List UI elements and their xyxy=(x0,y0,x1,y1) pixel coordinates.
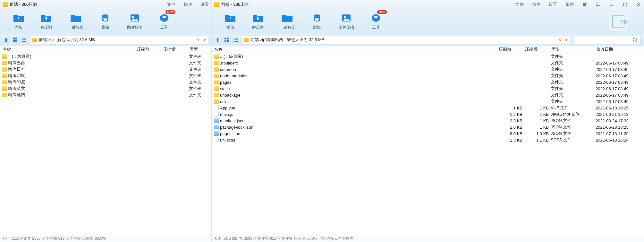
file-row[interactable]: pages文件夹2022-06-17 08:49 xyxy=(212,79,644,85)
scan-button[interactable] xyxy=(609,12,628,31)
feedback-icon[interactable] xyxy=(596,2,601,7)
file-name: unpackage xyxy=(220,93,241,98)
folder-icon xyxy=(214,61,219,65)
menu-settings[interactable]: 设置 xyxy=(200,2,209,7)
column-header-left[interactable]: 名称 压缩前 压缩后 类型 xyxy=(0,46,211,53)
col-type[interactable]: 类型 xyxy=(551,47,596,52)
folder-icon xyxy=(214,99,219,104)
col-after[interactable]: 压缩后 xyxy=(163,47,189,52)
tool-tools-label: 工具 xyxy=(372,25,380,30)
chevron-down-icon[interactable]: ▾ xyxy=(204,38,206,42)
tool-add[interactable]: 添加 xyxy=(225,13,236,30)
folder-icon xyxy=(214,67,219,72)
file-row[interactable]: 嗨淘英文文件夹 xyxy=(0,85,211,92)
file-name-cell: 嗨淘印度 xyxy=(2,73,136,79)
tool-image-compress[interactable]: 图片压缩 xyxy=(127,13,142,30)
path-text-left: 前端.zip - 解包大小为 32.6 MB xyxy=(39,37,193,43)
file-date: 2021-08-24 17:33 xyxy=(596,118,644,123)
chevron-down-icon[interactable]: ▾ xyxy=(565,38,568,42)
file-row[interactable]: 嗨淘越南文件夹 xyxy=(0,92,211,98)
col-type[interactable]: 类型 xyxy=(189,47,211,52)
archive-icon xyxy=(32,38,37,42)
col-after[interactable]: 压缩后 xyxy=(524,47,551,52)
file-row[interactable]: .hbuilderx文件夹2022-06-17 08:49 xyxy=(212,60,644,66)
svg-rect-30 xyxy=(235,38,238,39)
file-row[interactable]: utils文件夹2022-06-17 08:49 xyxy=(212,98,644,105)
column-header-right[interactable]: 名称 压缩前 压缩后 类型 修改日期 xyxy=(212,46,644,53)
json-icon xyxy=(214,131,219,136)
folder-icon xyxy=(214,73,219,78)
file-row[interactable]: main.js1.2 KB1 KBJavaScript 文件2021-06-21… xyxy=(212,111,644,117)
maximize-button[interactable] xyxy=(623,2,628,7)
file-list-right[interactable]: .. (上级目录)文件夹.hbuilderx文件夹2022-06-17 08:4… xyxy=(212,53,644,235)
minimize-button[interactable] xyxy=(609,2,614,7)
folder-icon xyxy=(214,54,219,59)
file-type: 文件夹 xyxy=(551,60,596,66)
search-input[interactable] xyxy=(573,36,640,44)
nav-list-icon[interactable] xyxy=(21,37,27,43)
menu-file[interactable]: 文件 xyxy=(515,2,524,7)
tool-extract-to[interactable]: 解压到 xyxy=(40,13,52,30)
file-row[interactable]: App.vue1 KB1 KBVUE 文件2021-06-18 16:25 xyxy=(212,105,644,111)
svg-point-22 xyxy=(314,14,320,17)
nav-grid-icon[interactable] xyxy=(224,37,230,43)
file-row[interactable]: 嗨淘巴西文件夹 xyxy=(0,60,211,66)
file-name-cell: .. (上级目录) xyxy=(2,54,136,59)
nav-grid-icon[interactable] xyxy=(12,37,18,43)
file-row[interactable]: .. (上级目录)文件夹 xyxy=(0,53,211,60)
col-name[interactable]: 名称 xyxy=(2,47,136,52)
file-row[interactable]: manifest.json3.3 KB1 KBJSON 文件2021-08-24… xyxy=(212,117,644,124)
file-row[interactable]: 嗨淘印度文件夹 xyxy=(0,73,211,79)
tool-add[interactable]: 添加 xyxy=(13,13,24,30)
file-row[interactable]: 嗨淘日本文件夹 xyxy=(0,66,211,73)
tool-delete[interactable]: 删除 xyxy=(99,13,111,30)
tool-tools[interactable]: New 工具 xyxy=(158,13,170,30)
archive-icon xyxy=(244,38,249,42)
nav-up-icon[interactable] xyxy=(215,37,221,43)
nav-list-icon[interactable] xyxy=(233,37,239,43)
col-date[interactable]: 修改日期 xyxy=(596,47,644,52)
file-row[interactable]: common文件夹2022-06-17 08:49 xyxy=(212,66,644,73)
svg-rect-29 xyxy=(233,38,234,39)
nav-up-icon[interactable] xyxy=(3,37,9,43)
titlebar-right: 前端 - 360压缩 文件 操作 设置 帮助 xyxy=(212,0,644,9)
file-icon xyxy=(214,138,219,142)
tool-image-compress[interactable]: 图片压缩 xyxy=(339,13,354,30)
tool-one-click[interactable]: 一键解压 xyxy=(68,13,83,30)
menu-action[interactable]: 操作 xyxy=(532,2,540,7)
file-type: JSON 文件 xyxy=(551,124,596,130)
col-before[interactable]: 压缩前 xyxy=(498,47,524,52)
js-icon xyxy=(214,112,219,117)
tool-one-click[interactable]: 一键解压 xyxy=(280,13,295,30)
svg-rect-10 xyxy=(22,38,23,39)
tool-tools[interactable]: New 工具 xyxy=(370,13,382,30)
path-input-left[interactable]: 前端.zip - 解包大小为 32.6 MB V ▾ xyxy=(30,36,208,44)
file-row[interactable]: package-lock.json1.6 KB1 KBJSON 文件2021-0… xyxy=(212,124,644,130)
file-row[interactable]: node_modules文件夹2022-06-17 08:49 xyxy=(212,73,644,79)
col-name[interactable]: 名称 xyxy=(214,47,498,52)
tool-extract-to[interactable]: 解压到 xyxy=(252,13,264,30)
file-row[interactable]: uni.scss2.3 KB1.1 KBSCSS 文件2021-06-18 16… xyxy=(212,137,644,143)
file-date: 2022-06-17 08:49 xyxy=(596,80,644,85)
menu-settings[interactable]: 设置 xyxy=(549,2,557,7)
svg-rect-16 xyxy=(596,3,600,5)
svg-point-5 xyxy=(132,16,134,18)
skin-icon[interactable] xyxy=(582,2,587,7)
file-row[interactable]: 嗨淘印尼文件夹 xyxy=(0,79,211,85)
close-button[interactable] xyxy=(636,2,641,7)
file-row[interactable]: pages.json8.0 KB1.0 KBJSON 文件2021-07-13 … xyxy=(212,130,644,137)
file-row[interactable]: static文件夹2022-06-17 08:49 xyxy=(212,85,644,92)
file-list-left[interactable]: .. (上级目录)文件夹嗨淘巴西文件夹嗨淘日本文件夹嗨淘印度文件夹嗨淘印尼文件夹… xyxy=(0,53,211,235)
menu-file[interactable]: 文件 xyxy=(167,2,175,7)
svg-rect-6 xyxy=(13,38,15,39)
tool-delete[interactable]: 删除 xyxy=(311,13,323,30)
file-name: static xyxy=(220,86,230,91)
menu-action[interactable]: 操作 xyxy=(184,2,192,7)
file-row[interactable]: unpackage文件夹2022-06-17 08:49 xyxy=(212,92,644,98)
menu-help[interactable]: 帮助 xyxy=(565,2,574,7)
file-date: 2021-06-28 18:25 xyxy=(596,125,644,130)
col-before[interactable]: 压缩前 xyxy=(136,47,163,52)
status-bar-right: 大小: 21.5 MB 共 2633 个文件和 912 个文件夹 压缩率 66.… xyxy=(212,235,644,242)
path-input-right[interactable]: 前端.zip\嗨淘巴西 - 解包大小为 32.6 MB V ▾ xyxy=(242,36,570,44)
file-row[interactable]: .. (上级目录)文件夹 xyxy=(212,53,644,60)
